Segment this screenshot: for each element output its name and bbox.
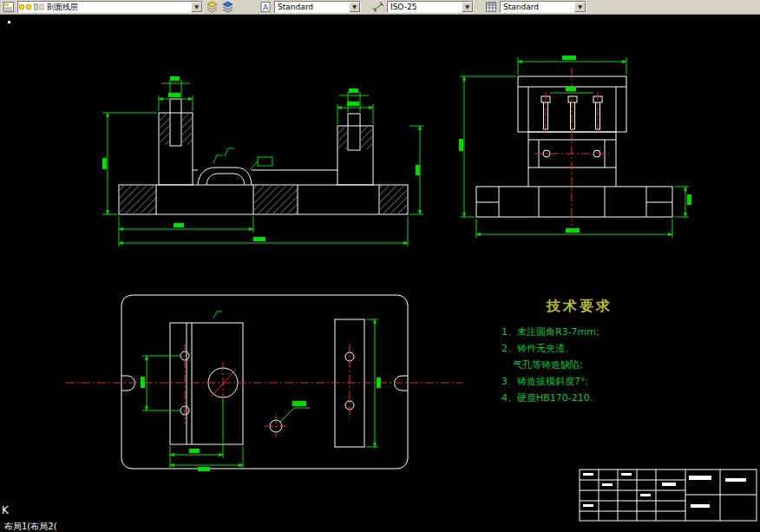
table-style-combo[interactable]: Standard ▼	[500, 1, 586, 13]
text-style-combo-value: Standard	[275, 2, 349, 12]
table-style-combo-value: Standard	[501, 2, 574, 12]
layer-combo[interactable]: 剖面线层 ▼	[17, 1, 203, 13]
svg-text:A: A	[263, 3, 269, 12]
dim-style-icon-glyph	[372, 1, 385, 13]
dim-style-icon[interactable]	[371, 1, 385, 14]
dim-style-combo-value: ISO-25	[388, 2, 462, 12]
layer-combo-arrow-icon[interactable]: ▼	[191, 2, 202, 12]
tech-requirements-list: 1、未注圆角R3-7mm; 2、铸件无夹渣、 气孔等铸造缺陷; 3、铸造拔模斜度…	[501, 324, 658, 406]
text-style-combo[interactable]: Standard ▼	[274, 1, 361, 13]
layer-state-icons-glyph	[18, 2, 44, 12]
text-style-combo-arrow-icon[interactable]: ▼	[349, 2, 360, 12]
layer-state-icons	[18, 1, 44, 14]
layer-list-icon-glyph	[3, 1, 15, 13]
plan-view	[66, 295, 462, 471]
tech-line: 2、铸件无夹渣、	[501, 340, 658, 357]
tech-requirements: 技术要求 1、未注圆角R3-7mm; 2、铸件无夹渣、 气孔等铸造缺陷; 3、铸…	[501, 298, 658, 406]
layer-states-icon-glyph	[221, 1, 234, 13]
tech-requirements-title: 技术要求	[501, 298, 658, 316]
statusbar: 布局1(布局2(	[0, 522, 760, 532]
tech-line: 1、未注圆角R3-7mm;	[501, 324, 658, 340]
cad-window: 剖面线层 ▼ A Standard ▼	[0, 0, 760, 532]
layer-properties-icon-glyph	[206, 1, 219, 13]
layer-states-icon[interactable]	[220, 1, 234, 14]
tech-line: 气孔等铸造缺陷;	[501, 357, 658, 373]
drawing-linework	[0, 15, 760, 522]
side-view	[459, 56, 691, 238]
title-block	[580, 470, 757, 521]
table-style-combo-arrow-icon[interactable]: ▼	[574, 2, 586, 12]
tech-line: 3、铸造拔模斜度7°;	[501, 373, 658, 390]
text-style-icon-glyph: A	[259, 1, 272, 13]
layout-tabs[interactable]: 布局1(布局2(	[4, 522, 57, 532]
layer-properties-icon[interactable]	[205, 1, 219, 14]
front-view	[102, 76, 423, 246]
tech-line: 4、硬度HB170-210.	[501, 390, 658, 406]
toolbar: 剖面线层 ▼ A Standard ▼	[0, 0, 760, 15]
text-style-icon[interactable]: A	[259, 1, 272, 14]
corner-label: K	[2, 504, 9, 516]
drawing-canvas[interactable]: 技术要求 1、未注圆角R3-7mm; 2、铸件无夹渣、 气孔等铸造缺陷; 3、铸…	[0, 15, 760, 522]
table-style-icon[interactable]	[484, 1, 498, 14]
dim-style-combo-arrow-icon[interactable]: ▼	[462, 2, 473, 12]
layer-combo-value: 剖面线层	[44, 2, 191, 12]
table-style-icon-glyph	[485, 1, 497, 13]
cursor-mark	[8, 21, 10, 23]
layer-list-icon[interactable]	[2, 1, 16, 14]
dim-style-combo[interactable]: ISO-25 ▼	[387, 1, 474, 13]
